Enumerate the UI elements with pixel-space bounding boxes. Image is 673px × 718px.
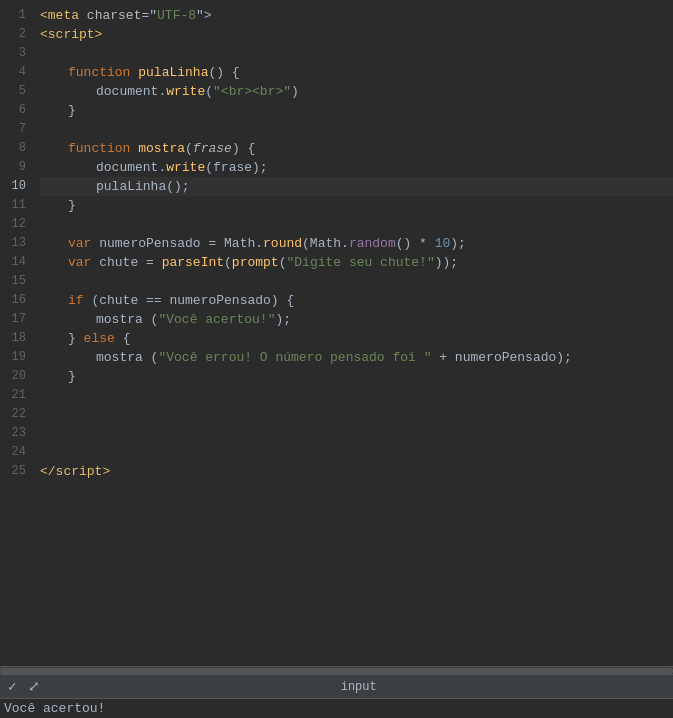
line-num-7: 7 [6,120,26,139]
line-num-6: 6 [6,101,26,120]
line-num-22: 22 [6,405,26,424]
code-line-20: } [40,367,673,386]
output-area: Você acertou! [0,698,673,718]
line-num-13: 13 [6,234,26,253]
code-line-23 [40,424,673,443]
line-num-5: 5 [6,82,26,101]
line-num-25: 25 [6,462,26,481]
line-num-19: 19 [6,348,26,367]
code-line-25: </script> [40,462,673,481]
line-num-9: 9 [6,158,26,177]
editor-area: 1 2 3 4 5 6 7 8 9 10 11 12 13 14 15 16 1… [0,0,673,718]
line-num-21: 21 [6,386,26,405]
line-numbers: 1 2 3 4 5 6 7 8 9 10 11 12 13 14 15 16 1… [0,0,36,666]
code-line-21 [40,386,673,405]
code-line-7 [40,120,673,139]
code-line-14: var chute = parseInt(prompt("Digite seu … [40,253,673,272]
code-line-9: document.write(frase); [40,158,673,177]
code-line-15 [40,272,673,291]
code-line-5: document.write("<br><br>") [40,82,673,101]
code-line-16: if (chute == numeroPensado) { [40,291,673,310]
code-line-19: mostra ("Você errou! O número pensado fo… [40,348,673,367]
code-lines[interactable]: <meta charset="UTF-8"> <script> function… [36,0,673,666]
line-num-2: 2 [6,25,26,44]
line-num-12: 12 [6,215,26,234]
line-num-20: 20 [6,367,26,386]
output-text: Você acertou! [4,701,105,716]
code-line-6: } [40,101,673,120]
horizontal-scrollbar[interactable] [0,666,673,674]
code-container: 1 2 3 4 5 6 7 8 9 10 11 12 13 14 15 16 1… [0,0,673,666]
code-line-8: function mostra(frase) { [40,139,673,158]
line-num-14: 14 [6,253,26,272]
code-line-11: } [40,196,673,215]
code-line-12 [40,215,673,234]
scrollbar-thumb[interactable] [0,668,673,674]
code-line-2: <script> [40,25,673,44]
line-num-1: 1 [6,6,26,25]
code-line-18: } else { [40,329,673,348]
code-line-4: function pulaLinha() { [40,63,673,82]
line-num-23: 23 [6,424,26,443]
line-num-16: 16 [6,291,26,310]
line-num-3: 3 [6,44,26,63]
line-num-17: 17 [6,310,26,329]
check-icon[interactable]: ✓ [8,678,16,695]
expand-icon[interactable]: ⤢ [28,678,40,695]
line-num-18: 18 [6,329,26,348]
code-line-24 [40,443,673,462]
code-line-3 [40,44,673,63]
code-line-17: mostra ("Você acertou!"); [40,310,673,329]
line-num-15: 15 [6,272,26,291]
code-line-10: pulaLinha(); [40,177,673,196]
controls-bar: ✓ ⤢ input [0,674,673,698]
code-line-1: <meta charset="UTF-8"> [40,6,673,25]
line-num-10: 10 [6,177,26,196]
code-line-13: var numeroPensado = Math.round(Math.rand… [40,234,673,253]
line-num-11: 11 [6,196,26,215]
line-num-24: 24 [6,443,26,462]
line-num-4: 4 [6,63,26,82]
input-label: input [52,680,665,694]
code-line-22 [40,405,673,424]
line-num-8: 8 [6,139,26,158]
